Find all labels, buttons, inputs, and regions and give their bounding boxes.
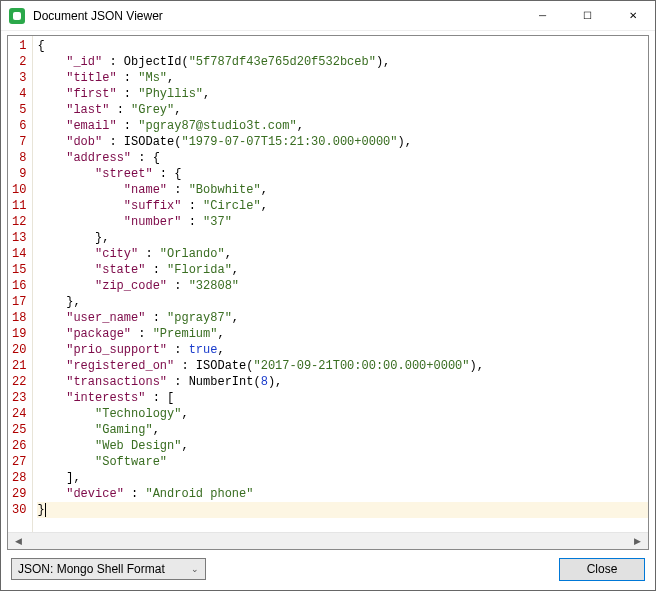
line-number: 18	[12, 310, 26, 326]
line-number: 10	[12, 182, 26, 198]
line-number: 26	[12, 438, 26, 454]
code-line[interactable]: "_id" : ObjectId("5f787df43e765d20f532bc…	[37, 54, 648, 70]
line-number: 1	[12, 38, 26, 54]
line-number: 2	[12, 54, 26, 70]
code-line[interactable]: "Gaming",	[37, 422, 648, 438]
line-number: 11	[12, 198, 26, 214]
code-line[interactable]: "address" : {	[37, 150, 648, 166]
code-line[interactable]: "registered_on" : ISODate("2017-09-21T00…	[37, 358, 648, 374]
titlebar: Document JSON Viewer ─ ☐ ✕	[1, 1, 655, 31]
close-window-button[interactable]: ✕	[610, 1, 655, 30]
line-number: 3	[12, 70, 26, 86]
minimize-button[interactable]: ─	[520, 1, 565, 30]
line-number: 25	[12, 422, 26, 438]
line-number: 12	[12, 214, 26, 230]
maximize-button[interactable]: ☐	[565, 1, 610, 30]
code-line[interactable]: "last" : "Grey",	[37, 102, 648, 118]
line-number: 6	[12, 118, 26, 134]
code-line[interactable]: },	[37, 230, 648, 246]
window-title: Document JSON Viewer	[33, 9, 520, 23]
line-number: 24	[12, 406, 26, 422]
app-icon	[9, 8, 25, 24]
code-line[interactable]: },	[37, 294, 648, 310]
code-line[interactable]: "title" : "Ms",	[37, 70, 648, 86]
code-line[interactable]: "street" : {	[37, 166, 648, 182]
code-line[interactable]: "Software"	[37, 454, 648, 470]
line-number: 22	[12, 374, 26, 390]
code-area[interactable]: { "_id" : ObjectId("5f787df43e765d20f532…	[33, 36, 648, 532]
code-line[interactable]: ],	[37, 470, 648, 486]
horizontal-scrollbar[interactable]: ◀ ▶	[8, 532, 648, 549]
line-number: 30	[12, 502, 26, 518]
line-number: 27	[12, 454, 26, 470]
line-number: 29	[12, 486, 26, 502]
close-button-label: Close	[587, 562, 618, 576]
line-number: 15	[12, 262, 26, 278]
line-number: 5	[12, 102, 26, 118]
code-line[interactable]: "user_name" : "pgray87",	[37, 310, 648, 326]
format-select-label: JSON: Mongo Shell Format	[18, 562, 165, 576]
code-line[interactable]: "first" : "Phyllis",	[37, 86, 648, 102]
code-line[interactable]: "suffix" : "Circle",	[37, 198, 648, 214]
code-line[interactable]: "Web Design",	[37, 438, 648, 454]
code-line[interactable]: "state" : "Florida",	[37, 262, 648, 278]
code-line[interactable]: }	[37, 502, 648, 518]
close-button[interactable]: Close	[559, 558, 645, 581]
line-number: 23	[12, 390, 26, 406]
line-number: 14	[12, 246, 26, 262]
code-line[interactable]: "dob" : ISODate("1979-07-07T15:21:30.000…	[37, 134, 648, 150]
json-editor[interactable]: 1234567891011121314151617181920212223242…	[7, 35, 649, 550]
code-line[interactable]: "email" : "pgray87@studio3t.com",	[37, 118, 648, 134]
line-number: 20	[12, 342, 26, 358]
line-number: 19	[12, 326, 26, 342]
line-number: 17	[12, 294, 26, 310]
line-number: 21	[12, 358, 26, 374]
scroll-left-icon[interactable]: ◀	[10, 534, 27, 549]
code-line[interactable]: {	[37, 38, 648, 54]
code-line[interactable]: "zip_code" : "32808"	[37, 278, 648, 294]
code-line[interactable]: "transactions" : NumberInt(8),	[37, 374, 648, 390]
code-line[interactable]: "prio_support" : true,	[37, 342, 648, 358]
line-number: 4	[12, 86, 26, 102]
chevron-down-icon: ⌄	[191, 564, 199, 574]
format-select[interactable]: JSON: Mongo Shell Format ⌄	[11, 558, 206, 580]
line-number: 28	[12, 470, 26, 486]
line-number: 16	[12, 278, 26, 294]
window-controls: ─ ☐ ✕	[520, 1, 655, 30]
line-number: 8	[12, 150, 26, 166]
line-number: 9	[12, 166, 26, 182]
code-line[interactable]: "Technology",	[37, 406, 648, 422]
scroll-right-icon[interactable]: ▶	[629, 534, 646, 549]
line-number: 7	[12, 134, 26, 150]
line-number-gutter: 1234567891011121314151617181920212223242…	[8, 36, 33, 532]
code-line[interactable]: "number" : "37"	[37, 214, 648, 230]
code-line[interactable]: "city" : "Orlando",	[37, 246, 648, 262]
code-line[interactable]: "name" : "Bobwhite",	[37, 182, 648, 198]
code-line[interactable]: "interests" : [	[37, 390, 648, 406]
code-line[interactable]: "device" : "Android phone"	[37, 486, 648, 502]
code-line[interactable]: "package" : "Premium",	[37, 326, 648, 342]
line-number: 13	[12, 230, 26, 246]
footer-bar: JSON: Mongo Shell Format ⌄ Close	[1, 550, 655, 588]
